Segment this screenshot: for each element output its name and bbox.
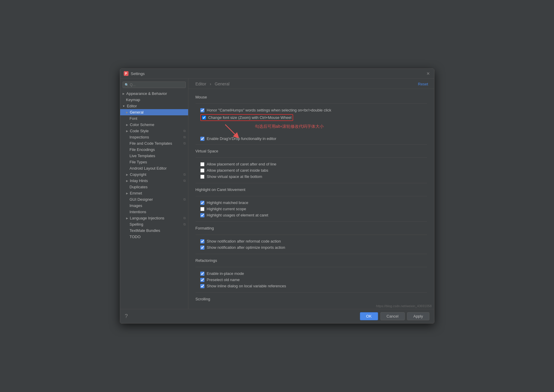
inplace-mode-label: Enable in-place mode xyxy=(207,271,244,276)
zoom-wheel-highlighted: Change font size (Zoom) with Ctrl+Mouse … xyxy=(200,114,293,121)
highlight-brace-checkbox[interactable] xyxy=(200,201,204,205)
sidebar: 🔍 ▶ Appearance & Behavior Keymap ▼ Edito… xyxy=(120,79,188,309)
sidebar-item-file-encodings[interactable]: File Encodings xyxy=(120,146,188,153)
sidebar-item-gui-designer[interactable]: GUI Designer ⧉ xyxy=(120,196,188,203)
titlebar: P Settings ✕ xyxy=(120,69,434,79)
sidebar-item-label: Spelling xyxy=(130,222,143,227)
copy-icon: ⧉ xyxy=(183,141,186,145)
sidebar-item-intentions[interactable]: Intentions xyxy=(120,209,188,215)
zoom-wheel-container: Change font size (Zoom) with Ctrl+Mouse … xyxy=(200,114,427,121)
close-button[interactable]: ✕ xyxy=(426,71,431,76)
preselect-name-label: Preselect old name xyxy=(207,278,240,282)
notify-reformat-row[interactable]: Show notification after reformat code ac… xyxy=(200,239,427,243)
sidebar-item-label: GUI Designer xyxy=(130,197,153,202)
highlight-brace-label: Highlight matched brace xyxy=(207,200,248,205)
sidebar-item-label: Emmet xyxy=(130,191,142,195)
svg-line-0 xyxy=(225,125,237,136)
help-icon[interactable]: ? xyxy=(125,313,128,319)
sidebar-item-spelling[interactable]: Spelling ⧉ xyxy=(120,221,188,227)
caret-inside-tabs-row[interactable]: Allow placement of caret inside tabs xyxy=(200,168,427,173)
caret-end-line-row[interactable]: Allow placement of caret after end of li… xyxy=(200,162,427,166)
notify-optimize-row[interactable]: Show notification after optimize imports… xyxy=(200,245,427,250)
caret-end-line-checkbox[interactable] xyxy=(200,162,204,166)
breadcrumb-part2: General xyxy=(215,82,230,86)
url-bar: https://blog.csdn.net/weixin_43691058 xyxy=(188,304,434,309)
sidebar-item-todo[interactable]: TODO xyxy=(120,234,188,240)
sidebar-item-code-style[interactable]: ▶ Code Style ⧉ xyxy=(120,128,188,134)
highlight-scope-row[interactable]: Highlight current scope xyxy=(200,207,427,211)
settings-content: Mouse Honor "CamelHumps" words settings … xyxy=(188,89,434,304)
breadcrumb-part1: Editor xyxy=(196,82,207,86)
search-box[interactable]: 🔍 xyxy=(123,82,186,88)
virtual-space-bottom-checkbox[interactable] xyxy=(200,175,204,179)
sidebar-item-duplicates[interactable]: Duplicates xyxy=(120,184,188,190)
highlight-brace-row[interactable]: Highlight matched brace xyxy=(200,200,427,205)
highlight-scope-label: Highlight current scope xyxy=(207,207,246,211)
arrow-icon: ▶ xyxy=(123,92,125,95)
footer-buttons: OK Cancel Apply xyxy=(360,312,429,320)
inplace-mode-checkbox[interactable] xyxy=(200,272,204,276)
sidebar-item-label: TextMate Bundles xyxy=(130,228,160,233)
notify-optimize-label: Show notification after optimize imports… xyxy=(207,245,285,250)
sidebar-item-images[interactable]: Images xyxy=(120,203,188,209)
sidebar-item-android-layout[interactable]: Android Layout Editor xyxy=(120,165,188,171)
copy-icon: ⧉ xyxy=(183,216,186,220)
arrow-icon: ▶ xyxy=(126,179,128,182)
sidebar-item-inlay-hints[interactable]: ▶ Inlay Hints ⧉ xyxy=(120,178,188,184)
sidebar-item-label: Intentions xyxy=(130,210,146,214)
sidebar-item-label: Inlay Hints xyxy=(130,179,148,183)
preselect-name-checkbox[interactable] xyxy=(200,278,204,282)
highlight-usages-row[interactable]: Highlight usages of element at caret xyxy=(200,213,427,217)
sidebar-item-live-templates[interactable]: Live Templates xyxy=(120,153,188,159)
caret-inside-tabs-checkbox[interactable] xyxy=(200,168,204,173)
sidebar-item-emmet[interactable]: ▶ Emmet xyxy=(120,190,188,196)
camel-humps-checkbox[interactable] xyxy=(200,108,204,112)
search-input[interactable] xyxy=(130,83,184,87)
notify-reformat-label: Show notification after reformat code ac… xyxy=(207,239,281,243)
zoom-wheel-checkbox[interactable] xyxy=(202,116,206,119)
annotation-text: 勾选后可用alt+滚轮修改代码字体大小 xyxy=(255,124,324,129)
arrow-icon: ▶ xyxy=(126,173,128,176)
inline-dialog-checkbox[interactable] xyxy=(200,284,204,288)
virtual-space-bottom-row[interactable]: Show virtual space at file bottom xyxy=(200,174,427,179)
cancel-button[interactable]: Cancel xyxy=(380,312,405,320)
highlight-section-title: Highlight on Caret Movement xyxy=(196,187,427,192)
copy-icon: ⧉ xyxy=(183,129,186,133)
sidebar-item-color-scheme[interactable]: ▶ Color Scheme xyxy=(120,122,188,128)
highlight-usages-checkbox[interactable] xyxy=(200,213,204,217)
zoom-wheel-label: Change font size (Zoom) with Ctrl+Mouse … xyxy=(208,115,292,120)
sidebar-item-editor[interactable]: ▼ Editor xyxy=(120,103,188,109)
sidebar-item-label: Android Layout Editor xyxy=(130,166,167,170)
sidebar-item-appearance[interactable]: ▶ Appearance & Behavior xyxy=(120,90,188,97)
inline-dialog-row[interactable]: Show inline dialog on local variable ref… xyxy=(200,284,427,288)
arrow-icon: ▶ xyxy=(126,123,128,126)
arrow-icon: ▼ xyxy=(123,105,125,108)
copy-icon: ⧉ xyxy=(183,197,186,201)
search-icon: 🔍 xyxy=(125,83,129,87)
sidebar-item-general[interactable]: ▶ General xyxy=(120,109,188,115)
sidebar-item-label: File and Code Templates xyxy=(130,141,172,146)
sidebar-item-inspections[interactable]: Inspections ⧉ xyxy=(120,134,188,140)
notify-reformat-checkbox[interactable] xyxy=(200,239,204,243)
sidebar-item-label: Editor xyxy=(127,104,137,108)
inplace-mode-row[interactable]: Enable in-place mode xyxy=(200,271,427,276)
notify-optimize-checkbox[interactable] xyxy=(200,246,204,250)
ok-button[interactable]: OK xyxy=(360,312,378,320)
copy-icon: ⧉ xyxy=(183,173,186,176)
camel-humps-row[interactable]: Honor "CamelHumps" words settings when s… xyxy=(200,108,427,112)
caret-inside-tabs-label: Allow placement of caret inside tabs xyxy=(207,168,268,173)
sidebar-item-textmate-bundles[interactable]: TextMate Bundles xyxy=(120,227,188,234)
sidebar-item-label: Language Injections xyxy=(130,216,164,220)
arrow-icon: ▶ xyxy=(126,192,128,195)
highlight-scope-checkbox[interactable] xyxy=(200,207,204,211)
reset-button[interactable]: Reset xyxy=(418,82,428,86)
preselect-name-row[interactable]: Preselect old name xyxy=(200,278,427,282)
sidebar-item-font[interactable]: Font xyxy=(120,115,188,122)
sidebar-item-language-injections[interactable]: ▶ Language Injections ⧉ xyxy=(120,215,188,221)
sidebar-item-file-code-templates[interactable]: File and Code Templates ⧉ xyxy=(120,140,188,146)
sidebar-item-file-types[interactable]: File Types xyxy=(120,159,188,165)
sidebar-item-keymap[interactable]: Keymap xyxy=(120,97,188,103)
sidebar-item-copyright[interactable]: ▶ Copyright ⧉ xyxy=(120,171,188,178)
mouse-section-title: Mouse xyxy=(196,95,427,99)
apply-button[interactable]: Apply xyxy=(407,312,429,320)
